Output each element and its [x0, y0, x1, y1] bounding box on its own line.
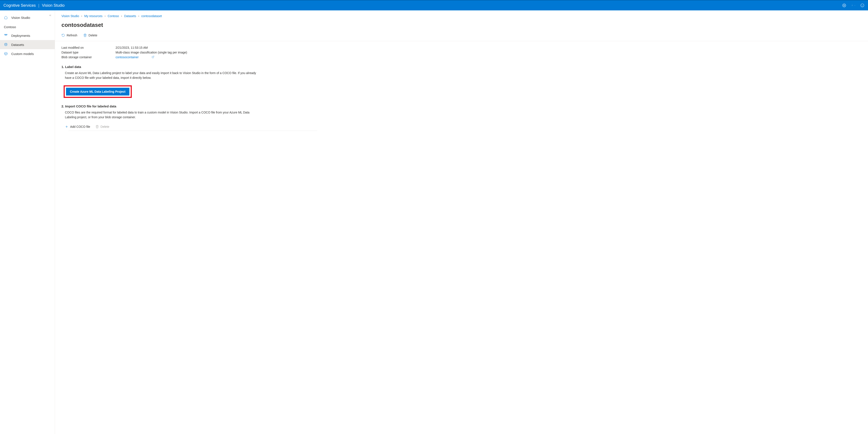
section2-heading: 2. Import COCO file for labeled data [61, 105, 862, 108]
page-title: contosodataset [61, 22, 862, 28]
section2-description: COCO files are the required format for l… [61, 110, 260, 120]
top-bar: Cognitive Services | Vision Studio [0, 0, 868, 10]
top-bar-actions [842, 3, 865, 7]
home-icon [4, 16, 8, 20]
section1-heading: 1. Label data [61, 65, 862, 69]
meta-value-dataset-type: Multi-class image classification (single… [116, 51, 187, 54]
breadcrumb-link[interactable]: My resources [84, 14, 102, 18]
chevron-right-icon: › [138, 15, 139, 18]
meta-value-last-modified: 2/21/2023, 11:53:15 AM [116, 46, 148, 49]
trash-icon [95, 125, 99, 128]
sidebar-item-label: Vision Studio [11, 16, 30, 20]
section1-description: Create an Azure ML Data Labeling project… [61, 71, 260, 80]
breadcrumb-link[interactable]: Contoso [108, 14, 119, 18]
meta-label-blob: Blob storage container [61, 55, 116, 59]
delete-coco-label: Delete [101, 125, 109, 128]
custom-models-icon [4, 52, 8, 56]
section2-toolbar: Add COCO file Delete [61, 125, 862, 128]
delete-coco-button: Delete [95, 125, 109, 128]
add-coco-label: Add COCO file [70, 125, 90, 128]
feedback-icon[interactable] [860, 3, 865, 7]
trash-icon [83, 34, 87, 37]
sidebar-item-datasets[interactable]: Datasets [0, 40, 55, 49]
svg-line-9 [153, 56, 154, 57]
meta-label-dataset-type: Dataset type [61, 51, 116, 54]
chevron-right-icon: › [105, 15, 105, 18]
create-labeling-project-button[interactable]: Create Azure ML Data Labeling Project [66, 88, 129, 95]
refresh-button[interactable]: Refresh [61, 34, 77, 37]
datasets-icon [4, 43, 8, 47]
divider [55, 41, 868, 41]
chevron-right-icon: › [81, 15, 82, 18]
svg-point-2 [861, 4, 864, 7]
breadcrumb: Vision Studio › My resources › Contoso ›… [61, 14, 862, 18]
help-icon[interactable] [851, 3, 856, 7]
breadcrumb-link[interactable]: Datasets [124, 14, 136, 18]
svg-point-8 [5, 43, 7, 44]
blob-container-name: contosocontainer [116, 55, 139, 59]
delete-button[interactable]: Delete [83, 34, 97, 37]
blob-container-link[interactable]: contosocontainer [116, 55, 154, 59]
settings-icon[interactable] [842, 3, 846, 7]
svg-rect-7 [6, 34, 7, 35]
sidebar-item-home[interactable]: Vision Studio [0, 13, 55, 22]
chevron-right-icon: › [121, 15, 122, 18]
refresh-label: Refresh [67, 34, 77, 37]
deployments-icon [4, 34, 8, 37]
divider [68, 131, 317, 131]
collapse-sidebar-icon[interactable] [49, 14, 52, 18]
add-coco-file-button[interactable]: Add COCO file [65, 125, 90, 128]
highlight-annotation: Create Azure ML Data Labeling Project [64, 85, 132, 98]
main-content: Vision Studio › My resources › Contoso ›… [55, 10, 868, 434]
brand-name: Cognitive Services [3, 3, 36, 8]
refresh-icon [61, 34, 65, 37]
separator: | [38, 3, 39, 8]
sidebar-item-label: Deployments [11, 34, 30, 37]
toolbar: Refresh Delete [61, 34, 862, 37]
sidebar-item-deployments[interactable]: Deployments [0, 31, 55, 40]
top-bar-title: Cognitive Services | Vision Studio [3, 3, 65, 8]
breadcrumb-link[interactable]: Vision Studio [61, 14, 79, 18]
metadata: Last modified on 2/21/2023, 11:53:15 AM … [61, 46, 862, 59]
sidebar-item-label: Datasets [11, 43, 24, 47]
sidebar-item-label: Custom models [11, 52, 34, 56]
external-link-icon [152, 55, 154, 59]
svg-rect-6 [6, 34, 6, 35]
sidebar: Vision Studio Contoso Deployments Datase… [0, 10, 55, 434]
meta-label-last-modified: Last modified on [61, 46, 116, 49]
sidebar-resource-heading: Contoso [0, 22, 55, 31]
sidebar-item-custom-models[interactable]: Custom models [0, 49, 55, 58]
product-name: Vision Studio [42, 3, 65, 8]
svg-rect-5 [4, 34, 5, 35]
svg-point-0 [844, 5, 845, 6]
breadcrumb-current: contosodataset [141, 14, 162, 18]
delete-label: Delete [89, 34, 97, 37]
plus-icon [65, 125, 68, 128]
